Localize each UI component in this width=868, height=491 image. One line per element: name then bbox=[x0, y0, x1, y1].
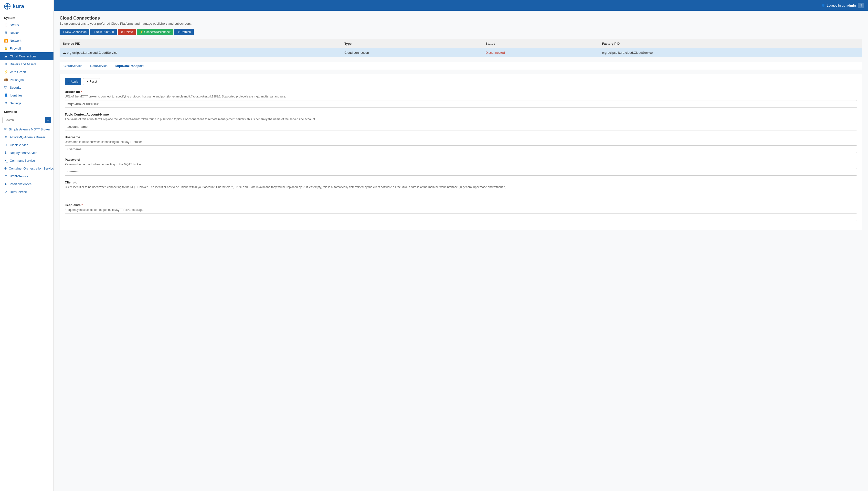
sidebar: kura System ❗ Status 🖥 Device 📶 Network … bbox=[0, 0, 54, 491]
cell-status: Disconnected bbox=[483, 48, 599, 57]
topbar: 👤 Logged in as admin ⚙ bbox=[54, 0, 868, 11]
broker-url-label: Broker-url * bbox=[65, 90, 857, 93]
form-section: ✓ Apply ✕ Reset Broker-url * URL of the … bbox=[60, 74, 862, 230]
sidebar-item-label: Device bbox=[10, 31, 20, 35]
cell-factory-pid: org.eclipse.kura.cloud.CloudService bbox=[599, 48, 862, 57]
status-badge: Disconnected bbox=[485, 51, 505, 55]
sidebar-item-activemq[interactable]: ≋ ActiveMQ Artemis Broker bbox=[0, 133, 54, 141]
security-icon: 🛡 bbox=[4, 86, 8, 89]
col-type: Type bbox=[341, 39, 483, 48]
sidebar-item-label: CommandService bbox=[10, 159, 35, 163]
delete-button[interactable]: 🗑 Delete bbox=[118, 29, 136, 35]
form-field-keep-alive: Keep-alive * Frequency in seconds for th… bbox=[65, 203, 857, 221]
sidebar-item-packages[interactable]: 📦 Packages bbox=[0, 76, 54, 84]
sidebar-item-wire-graph[interactable]: ⚡ Wire Graph bbox=[0, 68, 54, 76]
status-icon: ❗ bbox=[4, 23, 8, 27]
tab-cloud-service[interactable]: CloudService bbox=[60, 62, 86, 70]
action-bar: + New Connection + New Pub/Sub 🗑 Delete … bbox=[60, 29, 862, 35]
apply-button[interactable]: ✓ Apply bbox=[65, 78, 81, 85]
svg-point-1 bbox=[6, 5, 8, 7]
sidebar-item-command[interactable]: >_ CommandService bbox=[0, 156, 54, 165]
form-field-broker-url: Broker-url * URL of the MQTT broker to c… bbox=[65, 90, 857, 108]
password-input[interactable] bbox=[65, 168, 857, 176]
page-content: Cloud Connections Setup connections to y… bbox=[54, 11, 868, 491]
tab-mqtt-data-transport[interactable]: MqttDataTransport bbox=[111, 62, 148, 70]
topbar-gear-button[interactable]: ⚙ bbox=[858, 3, 864, 8]
form-field-client-id: Client-id Client identifier to be used w… bbox=[65, 180, 857, 198]
sidebar-item-cloud-connections[interactable]: ☁ Cloud Connections bbox=[0, 52, 54, 60]
rest-icon: ↗ bbox=[4, 190, 8, 194]
new-pubsub-button[interactable]: + New Pub/Sub bbox=[90, 29, 117, 35]
topic-context-input[interactable] bbox=[65, 123, 857, 131]
sidebar-item-identities[interactable]: 👤 Identities bbox=[0, 91, 54, 99]
sidebar-item-device[interactable]: 🖥 Device bbox=[0, 29, 54, 37]
keep-alive-input[interactable] bbox=[65, 213, 857, 221]
new-connection-button[interactable]: + New Connection bbox=[60, 29, 89, 35]
services-search: + bbox=[2, 117, 51, 123]
clock-icon: ⊙ bbox=[4, 143, 8, 147]
network-icon: 📶 bbox=[4, 38, 8, 42]
sidebar-item-deployment[interactable]: ⬇ DeploymentService bbox=[0, 149, 54, 156]
settings-icon: ⚙ bbox=[4, 101, 8, 105]
services-section-title: Services bbox=[0, 107, 54, 115]
topic-context-desc: The value of this attribute will replace… bbox=[65, 117, 857, 121]
device-icon: 🖥 bbox=[4, 31, 8, 35]
sidebar-item-label: ClockService bbox=[10, 143, 28, 147]
wire-icon: ⚡ bbox=[4, 70, 8, 74]
table-row[interactable]: ☁ org.eclipse.kura.cloud.CloudService Cl… bbox=[60, 48, 862, 57]
cell-service-pid: ☁ org.eclipse.kura.cloud.CloudService bbox=[60, 48, 342, 57]
page-subtitle: Setup connections to your preferred Clou… bbox=[60, 22, 862, 25]
search-add-button[interactable]: + bbox=[45, 117, 51, 123]
sidebar-item-settings[interactable]: ⚙ Settings bbox=[0, 99, 54, 107]
refresh-button[interactable]: ↻ Refresh bbox=[174, 29, 194, 35]
col-service-pid: Service PID bbox=[60, 39, 342, 48]
tab-data-service[interactable]: DataService bbox=[86, 62, 111, 70]
topbar-user: 👤 Logged in as admin bbox=[821, 4, 856, 7]
sidebar-item-h2db[interactable]: ≡ H2DbService bbox=[0, 172, 54, 180]
h2db-icon: ≡ bbox=[4, 174, 8, 178]
client-id-input[interactable] bbox=[65, 191, 857, 198]
identities-icon: 👤 bbox=[4, 93, 8, 97]
sidebar-item-drivers-assets[interactable]: ⚙ Drivers and Assets bbox=[0, 60, 54, 68]
broker-url-input[interactable] bbox=[65, 100, 857, 108]
connect-disconnect-button[interactable]: ⚡ Connect/Disconnect bbox=[137, 29, 173, 35]
command-icon: >_ bbox=[4, 158, 8, 163]
page-title: Cloud Connections bbox=[60, 16, 862, 21]
sidebar-item-rest[interactable]: ↗ RestService bbox=[0, 188, 54, 196]
cloud-cell-icon: ☁ bbox=[63, 51, 67, 55]
username-input[interactable] bbox=[65, 145, 857, 153]
system-section-title: System bbox=[0, 13, 54, 21]
col-status: Status bbox=[483, 39, 599, 48]
sidebar-item-firewall[interactable]: 🔒 Firewall bbox=[0, 45, 54, 52]
activemq-icon: ≋ bbox=[4, 135, 8, 139]
sidebar-item-label: Cloud Connections bbox=[10, 55, 37, 58]
deployment-icon: ⬇ bbox=[4, 151, 8, 155]
password-label: Password bbox=[65, 158, 857, 162]
sidebar-item-simple-artemis[interactable]: ≋ Simple Artemis MQTT Broker bbox=[0, 125, 54, 133]
search-input[interactable] bbox=[2, 117, 44, 123]
cell-type: Cloud connection bbox=[341, 48, 483, 57]
client-id-desc: Client identifier to be used when connec… bbox=[65, 185, 857, 189]
sidebar-item-security[interactable]: 🛡 Security bbox=[0, 84, 54, 91]
username-label: Username bbox=[65, 135, 857, 139]
form-actions: ✓ Apply ✕ Reset bbox=[65, 78, 857, 85]
reset-button[interactable]: ✕ Reset bbox=[83, 78, 100, 85]
sidebar-item-label: Firewall bbox=[10, 47, 21, 50]
drivers-icon: ⚙ bbox=[4, 62, 8, 66]
form-field-username: Username Username to be used when connec… bbox=[65, 135, 857, 153]
sidebar-item-label: DeploymentService bbox=[10, 151, 37, 155]
sidebar-item-label: Status bbox=[10, 23, 19, 27]
sidebar-item-container-orchestration[interactable]: ⊕ Container Orchestration Service bbox=[0, 165, 54, 172]
sidebar-item-position[interactable]: ➤ PositionService bbox=[0, 180, 54, 188]
sidebar-item-status[interactable]: ❗ Status bbox=[0, 21, 54, 29]
sidebar-item-label: Simple Artemis MQTT Broker bbox=[9, 127, 50, 131]
packages-icon: 📦 bbox=[4, 78, 8, 82]
topbar-username: admin bbox=[846, 4, 856, 7]
kura-logo-text: kura bbox=[13, 3, 24, 9]
sidebar-item-clock-service[interactable]: ⊙ ClockService bbox=[0, 141, 54, 149]
sidebar-item-network[interactable]: 📶 Network bbox=[0, 37, 54, 45]
sidebar-item-label: Settings bbox=[10, 102, 21, 105]
cloud-icon: ☁ bbox=[4, 54, 8, 58]
logged-in-label: Logged in as bbox=[827, 4, 845, 7]
sidebar-item-label: PositionService bbox=[10, 182, 32, 186]
